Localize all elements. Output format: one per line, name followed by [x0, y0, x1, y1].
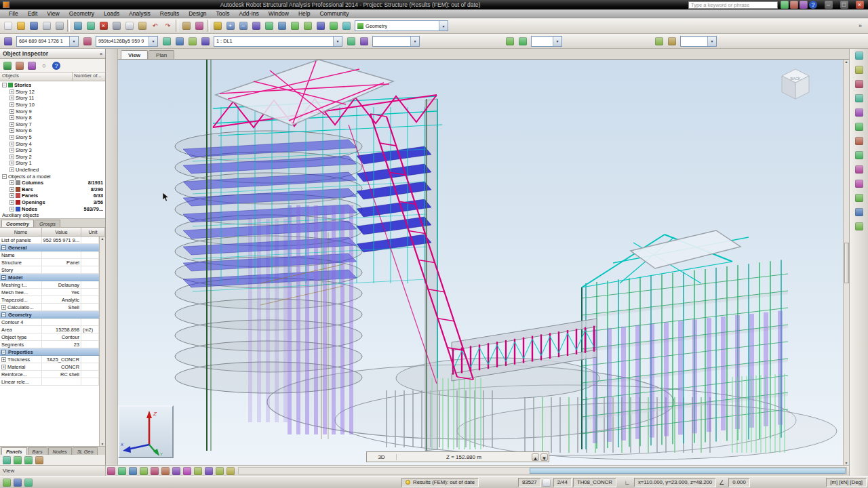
- tree-expander-icon[interactable]: +: [9, 180, 14, 185]
- sheet-count-icon[interactable]: [541, 478, 552, 487]
- attributes-pointer-icon[interactable]: [160, 35, 173, 47]
- objects-selection-combo[interactable]: 684 689 694 1726 1 ▾: [16, 36, 79, 47]
- menu-view[interactable]: View: [42, 10, 64, 17]
- measure-tool-icon[interactable]: [852, 205, 866, 218]
- pan-view-icon[interactable]: [262, 20, 275, 33]
- render-settings-icon[interactable]: [314, 20, 327, 33]
- tree-expander-icon[interactable]: +: [9, 115, 14, 120]
- numbers-toggle-icon[interactable]: [171, 466, 182, 476]
- bars-tool-icon[interactable]: [852, 63, 866, 76]
- grid-group-model[interactable]: −Model: [0, 274, 99, 281]
- tree-item-story-3[interactable]: +Story 3: [0, 147, 105, 154]
- tree-item-story-11[interactable]: +Story 11: [0, 95, 105, 102]
- tree-expander-icon[interactable]: −: [2, 174, 7, 179]
- view-mode-label[interactable]: 3D: [367, 454, 397, 460]
- tree-item-undefined[interactable]: +Undefined: [0, 167, 105, 174]
- menu-addins[interactable]: Add-Ins: [234, 10, 263, 17]
- property-value[interactable]: Yes: [42, 289, 81, 296]
- angle-icon[interactable]: ∠: [716, 478, 727, 487]
- tab-plan[interactable]: Plan: [149, 50, 174, 59]
- viewport-horizontal-scrollbar[interactable]: [238, 467, 847, 474]
- mode-combo[interactable]: ▾: [531, 36, 562, 47]
- grid-row-contour-4[interactable]: Contour 4: [0, 319, 99, 326]
- inspector-toggle-icon[interactable]: [1, 478, 12, 487]
- open-folder-icon[interactable]: [14, 20, 27, 33]
- grid-row-trapezoid---[interactable]: Trapezoid...Analytic: [0, 296, 99, 304]
- table-layout2-icon[interactable]: [665, 35, 678, 47]
- load-tables-icon[interactable]: [852, 177, 866, 190]
- menu-analysis[interactable]: Analysis: [124, 10, 155, 17]
- tab-3l-geo[interactable]: 3L Geo: [73, 447, 98, 455]
- tree-item-objects-of-a-model[interactable]: −Objects of a model: [0, 173, 105, 180]
- spin-down-icon[interactable]: ▾: [540, 453, 549, 462]
- releases-tool-icon[interactable]: [852, 148, 866, 161]
- export-icon[interactable]: [34, 455, 44, 465]
- menu-design[interactable]: Design: [184, 10, 211, 17]
- search-input[interactable]: Type a keyword or phrase: [688, 1, 778, 9]
- paste-icon[interactable]: [136, 20, 149, 33]
- workplane-icon[interactable]: [301, 20, 314, 33]
- supports-toggle-icon[interactable]: [138, 466, 149, 476]
- filter-add-icon[interactable]: [14, 60, 25, 71]
- property-value[interactable]: 15258.898: [42, 326, 81, 333]
- element-table-icon[interactable]: [180, 20, 193, 33]
- panel-close-icon[interactable]: ×: [100, 52, 102, 56]
- tree-expander-icon[interactable]: +: [9, 148, 14, 152]
- tree-item-stories[interactable]: −Stories: [0, 82, 105, 89]
- search-go-icon[interactable]: [780, 1, 789, 9]
- grid-row-area[interactable]: Area15258.898(m2): [0, 326, 99, 333]
- column-number[interactable]: Number of...: [73, 73, 105, 81]
- combo-arrow-icon[interactable]: ▾: [553, 37, 561, 46]
- sections-toggle-icon[interactable]: [160, 466, 171, 476]
- hscroll-thumb[interactable]: [530, 468, 846, 474]
- zoom-in-icon[interactable]: +: [224, 20, 237, 33]
- grid-row-structure[interactable]: StructurePanel: [0, 259, 99, 266]
- cut-icon[interactable]: [110, 20, 123, 33]
- section-profile-icon[interactable]: [852, 106, 866, 119]
- row-expander-icon[interactable]: +: [1, 365, 6, 369]
- display-mode-icon[interactable]: [503, 35, 516, 47]
- property-value[interactable]: CONCR: [42, 363, 81, 370]
- favorites-icon[interactable]: [799, 1, 808, 9]
- tree-expander-icon[interactable]: +: [9, 135, 14, 140]
- view-cube[interactable]: BACK: [775, 64, 816, 106]
- tree-item-story-12[interactable]: +Story 12: [0, 89, 105, 96]
- zoom-out-icon[interactable]: −: [237, 20, 250, 33]
- property-value[interactable]: [42, 266, 81, 273]
- row-expander-icon[interactable]: +: [1, 357, 6, 362]
- search-icon[interactable]: ○: [39, 60, 50, 71]
- tree-expander-icon[interactable]: +: [9, 89, 14, 94]
- tab-geometry[interactable]: Geometry: [1, 220, 34, 227]
- offsets-tool-icon[interactable]: [852, 163, 866, 176]
- cladding-tool-icon[interactable]: [852, 92, 866, 104]
- grid-row-segments[interactable]: Segments23: [0, 341, 99, 348]
- combo-arrow-icon[interactable]: ▾: [69, 37, 78, 46]
- tab-panels[interactable]: Panels: [1, 447, 27, 455]
- close-button[interactable]: ×: [852, 1, 867, 9]
- undo-icon[interactable]: ↶: [149, 20, 161, 33]
- supports-tool-icon[interactable]: [852, 134, 866, 147]
- filter-remove-icon[interactable]: [26, 60, 37, 71]
- delete-icon[interactable]: ×: [97, 20, 110, 33]
- display-all-icon[interactable]: [225, 466, 236, 476]
- menu-geometry[interactable]: Geometry: [64, 10, 99, 17]
- menu-tools[interactable]: Tools: [212, 10, 235, 17]
- minimize-button[interactable]: –: [821, 1, 835, 9]
- grid-row-thickness[interactable]: +ThicknessTA25_CONCR: [0, 356, 99, 363]
- help-menu-icon[interactable]: ?: [808, 1, 818, 9]
- print-icon[interactable]: [53, 20, 66, 33]
- tree-item-story-4[interactable]: +Story 4: [0, 140, 105, 147]
- combo-arrow-icon[interactable]: ▾: [149, 37, 157, 46]
- combo-arrow-icon[interactable]: ▾: [410, 37, 419, 46]
- grid-group-properties[interactable]: −Properties: [0, 348, 99, 356]
- object-viewer2-icon[interactable]: [186, 35, 199, 47]
- vscroll-thumb[interactable]: [844, 243, 849, 283]
- grid-row-object-type[interactable]: Object typeContour: [0, 333, 99, 341]
- tree-expander-icon[interactable]: −: [2, 83, 7, 87]
- axes-symbol-icon[interactable]: [288, 20, 301, 33]
- property-value[interactable]: Analytic: [42, 296, 81, 303]
- grid-row-material[interactable]: +MaterialCONCR: [0, 363, 99, 371]
- panels-selection-combo[interactable]: 959to4126By5 959 9 ▾: [96, 36, 158, 47]
- axes-toggle-icon[interactable]: [127, 466, 138, 476]
- panels-tool-icon[interactable]: [852, 77, 866, 90]
